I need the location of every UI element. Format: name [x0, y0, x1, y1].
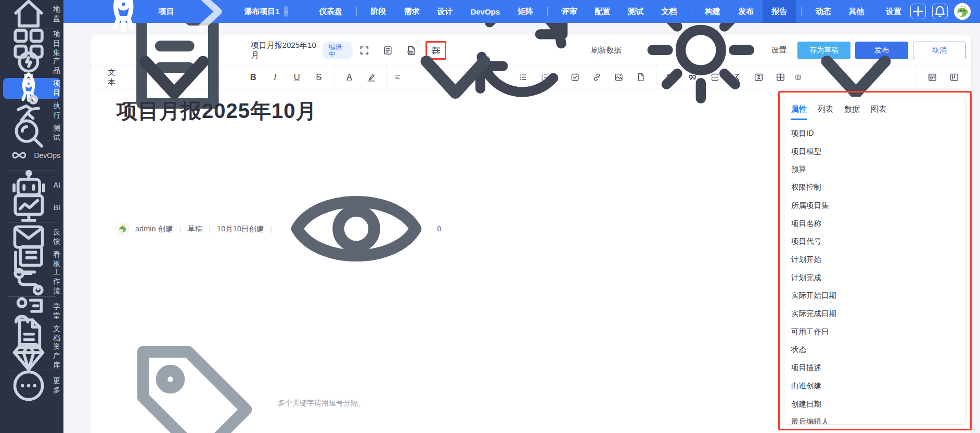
text-style-dropdown[interactable]: 文本 [105, 70, 230, 85]
eye-icon [278, 151, 434, 307]
table-icon [776, 72, 785, 82]
outline-icon[interactable] [382, 44, 393, 57]
sidebar-item-workflow[interactable]: 工作流 [3, 271, 60, 292]
task-list-icon[interactable] [568, 70, 583, 85]
panel-field[interactable]: 实际完成日期 [791, 305, 959, 323]
bullet-list-icon[interactable] [515, 70, 530, 85]
panel-field[interactable]: 状态 [791, 340, 959, 359]
header-tab-DevOps[interactable]: DevOps [461, 0, 509, 23]
formula-block-icon[interactable] [751, 70, 766, 85]
panel-field[interactable]: 由谁创建 [791, 377, 959, 395]
spreadsheet-icon [927, 72, 937, 82]
header-tab-动态[interactable]: 动态 [806, 0, 840, 23]
sidebar-item-label: 更多 [53, 376, 60, 395]
notifications-button[interactable] [932, 4, 948, 19]
breadcrumb-project[interactable]: 瀑布项目1 [244, 7, 279, 17]
collapse-block-icon[interactable] [707, 70, 722, 85]
panel-field[interactable]: 项目模型 [791, 142, 959, 161]
chevron-down-icon [284, 9, 289, 14]
header-tab-需求[interactable]: 需求 [395, 0, 428, 23]
project-switcher-dropdown[interactable] [284, 6, 289, 17]
board-icon[interactable] [947, 70, 961, 85]
highlight-icon[interactable] [364, 70, 378, 85]
ordered-list-icon[interactable]: 123 [537, 70, 552, 85]
dragon-avatar-icon [954, 3, 971, 20]
doc-title: 项目月报2025年10月 [251, 41, 318, 60]
underline-icon[interactable]: U [290, 70, 304, 85]
underline-glyph: U [294, 73, 300, 82]
sidebar-item-label: AI [54, 181, 60, 189]
header-tab-测试[interactable]: 测试 [619, 0, 652, 23]
sidebar-item-bi-chart[interactable]: BI [3, 197, 60, 218]
sidebar-item-label: DevOps [34, 151, 60, 160]
spreadsheet-icon[interactable] [925, 70, 939, 85]
quote-icon[interactable] [686, 70, 700, 85]
file-icon [636, 72, 646, 82]
header-tab-其他[interactable]: 其他 [840, 0, 877, 23]
formula-icon[interactable] [729, 70, 744, 85]
panel-tabs: 属性列表数据图表 [791, 104, 959, 120]
create-button[interactable] [910, 4, 926, 19]
tab-label: 设计 [437, 7, 453, 17]
align-icon[interactable] [394, 70, 508, 85]
tab-label: 文档 [661, 7, 677, 17]
header-tab-配置[interactable]: 配置 [586, 0, 619, 23]
chevron-down-icon [401, 24, 508, 130]
rocket-icon [93, 0, 154, 42]
sidebar-item-more[interactable]: 更多 [3, 375, 60, 396]
cancel-button[interactable]: 取消 [913, 42, 966, 59]
panel-field[interactable]: 权限控制 [791, 178, 959, 196]
link-icon[interactable] [590, 70, 604, 85]
panel-field[interactable]: 所属项目集 [791, 196, 959, 215]
columns-icon[interactable] [795, 70, 909, 85]
panel-field-list: 项目ID项目模型预算权限控制所属项目集项目名称项目代号计划开始计划完成实际开始日… [791, 124, 959, 425]
panel-tab-图表[interactable]: 图表 [871, 104, 886, 120]
file-icon[interactable] [634, 70, 648, 85]
font-color-icon[interactable]: A [342, 70, 356, 85]
code-block-icon[interactable] [664, 70, 678, 85]
panel-field[interactable]: 项目描述 [791, 359, 959, 377]
author-avatar [117, 222, 129, 235]
image-icon [614, 72, 624, 82]
italic-icon[interactable]: I [268, 70, 282, 85]
user-avatar[interactable] [954, 3, 971, 20]
panel-field[interactable]: 创建日期 [791, 395, 959, 413]
panel-field[interactable]: 计划开始 [791, 251, 959, 269]
header-tab-阶段[interactable]: 阶段 [362, 0, 395, 23]
header-tab-设置[interactable]: 设置 [877, 0, 910, 23]
chevron-down-icon [866, 10, 868, 12]
sidebar-item-asset-gem[interactable]: 资产库 [3, 346, 60, 366]
panel-tab-列表[interactable]: 列表 [818, 104, 833, 120]
strikethrough-icon[interactable]: S [312, 70, 326, 85]
header-tab-设计[interactable]: 设计 [428, 0, 461, 23]
panel-field[interactable]: 项目名称 [791, 215, 959, 233]
panel-field[interactable]: 可用工作日 [791, 323, 959, 341]
image-icon[interactable] [612, 70, 626, 85]
devops-infinity-icon [9, 145, 29, 165]
breadcrumb-section[interactable]: 项目 [159, 7, 174, 17]
panel-field[interactable]: 预算 [791, 160, 959, 178]
panel-field[interactable]: 实际开始日期 [791, 286, 959, 305]
italic-glyph: I [274, 73, 277, 82]
bold-icon[interactable]: B [246, 70, 261, 85]
header-tab-发布[interactable]: 发布 [729, 0, 763, 23]
panel-field[interactable]: 最后编辑人 [791, 413, 959, 425]
header-tab-仪表盘[interactable]: 仪表盘 [310, 0, 351, 23]
sidebar-item-home[interactable]: 地盘 [3, 4, 60, 24]
header-tab-报告[interactable]: 报告 [763, 0, 796, 23]
panel-tab-属性[interactable]: 属性 [791, 104, 807, 120]
sidebar-item-test-search[interactable]: 测试 [3, 123, 60, 143]
header-tab-评审[interactable]: 评审 [552, 0, 586, 23]
quote-icon [688, 72, 698, 82]
header-tab-矩阵[interactable]: 矩阵 [509, 0, 542, 23]
panel-field[interactable]: 项目代号 [791, 232, 959, 251]
fullscreen-icon[interactable] [359, 44, 370, 57]
tab-label: 测试 [628, 7, 643, 17]
table-icon[interactable] [773, 70, 788, 85]
header-tab-构建[interactable]: 构建 [696, 0, 729, 23]
panel-field[interactable]: 项目ID [791, 124, 959, 142]
tab-label: 需求 [404, 7, 419, 17]
panel-tab-数据[interactable]: 数据 [844, 104, 860, 120]
panel-field[interactable]: 计划完成 [791, 269, 959, 287]
header-tab-文档[interactable]: 文档 [652, 0, 686, 23]
